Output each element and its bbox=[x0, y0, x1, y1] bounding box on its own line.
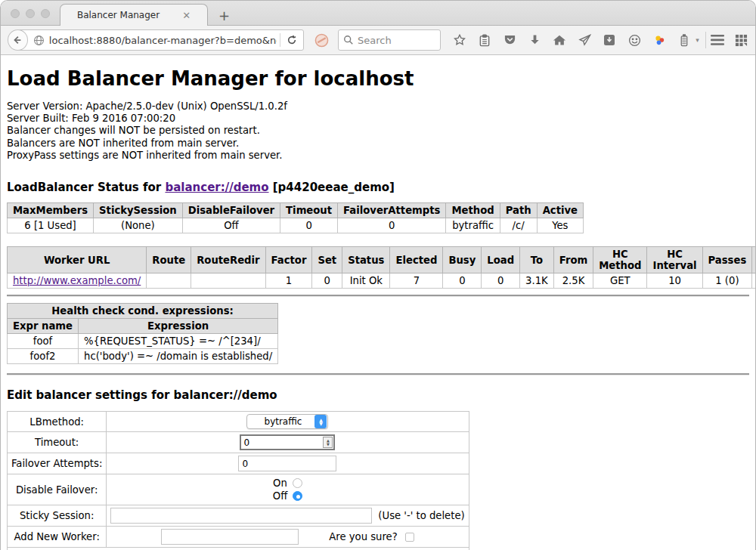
table-row: foof2 hc('body') =~ /domain is establish… bbox=[8, 349, 278, 364]
table-row: http://www.example.com/ 1 0 Init Ok 7 0 … bbox=[8, 273, 756, 289]
url-bar[interactable]: localhost:8880/balancer-manager?b=demo&n… bbox=[17, 29, 304, 51]
sticky-session-hint: (Use '-' to delete) bbox=[378, 510, 464, 521]
number-spinner-icon[interactable]: ▲▼ bbox=[323, 437, 333, 448]
failover-attempts-input[interactable] bbox=[238, 456, 336, 471]
download-panel-button[interactable] bbox=[602, 32, 617, 48]
disable-failover-row: Disable Failover: On Off bbox=[8, 474, 469, 505]
table-row: foof %{REQUEST_STATUS} =~ /^[234]/ bbox=[8, 334, 278, 349]
add-worker-input[interactable] bbox=[161, 529, 299, 545]
page-title: Load Balancer Manager for localhost bbox=[7, 55, 749, 91]
health-check-table: Health check cond. expressions: Expr nam… bbox=[7, 303, 278, 364]
browser-tab[interactable]: Balancer Manager ✕ bbox=[60, 4, 208, 26]
back-icon bbox=[12, 35, 23, 45]
sticky-session-input[interactable] bbox=[110, 508, 372, 524]
lbmethod-select[interactable]: bytraffic ▲▼ bbox=[246, 414, 328, 429]
lbmethod-label: LBmethod: bbox=[8, 412, 107, 432]
radio-on-label: On bbox=[273, 477, 287, 490]
disable-failover-off-radio[interactable] bbox=[293, 491, 302, 501]
battery-button[interactable] bbox=[677, 32, 692, 48]
reload-icon bbox=[287, 35, 297, 45]
downloads-button[interactable] bbox=[527, 32, 542, 48]
failover-attempts-row: Failover Attempts: bbox=[8, 453, 469, 474]
lbmethod-row: LBmethod: bytraffic ▲▼ bbox=[8, 412, 469, 432]
server-version-line: Server Version: Apache/2.5.0-dev (Unix) … bbox=[7, 100, 749, 113]
are-you-sure-label: Are you sure? bbox=[329, 531, 397, 542]
inherit-notice-line: Balancers are NOT inherited from main se… bbox=[7, 138, 749, 150]
feedback-button[interactable] bbox=[627, 32, 642, 48]
caret-down-icon[interactable]: ▾ bbox=[696, 36, 699, 44]
toolbar-buttons: ▾ bbox=[452, 32, 699, 48]
table-header-row: Worker URL Route RouteRedir Factor Set S… bbox=[8, 247, 756, 273]
new-tab-button[interactable]: + bbox=[218, 9, 230, 23]
edit-settings-heading: Edit balancer settings for balancer://de… bbox=[7, 388, 749, 402]
search-icon bbox=[343, 35, 354, 45]
pocket-button[interactable] bbox=[502, 32, 517, 48]
are-you-sure-checkbox[interactable] bbox=[405, 533, 414, 542]
persist-notice-line: Balancer changes will NOT be persisted o… bbox=[7, 125, 749, 137]
edit-balancer-form: LBmethod: bytraffic ▲▼ Timeout: bbox=[7, 411, 469, 550]
star-icon bbox=[453, 33, 466, 47]
balancer-status-table: MaxMembers StickySession DisableFailover… bbox=[7, 202, 584, 233]
server-info: Server Version: Apache/2.5.0-dev (Unix) … bbox=[7, 100, 749, 162]
page-content: Load Balancer Manager for localhost Serv… bbox=[1, 55, 755, 550]
timeout-input[interactable] bbox=[240, 434, 335, 450]
hamburger-menu-button[interactable] bbox=[711, 32, 725, 48]
worker-url-link[interactable]: http://www.example.com/ bbox=[13, 275, 141, 286]
add-worker-label: Add New Worker: bbox=[8, 527, 107, 548]
tab-bar: Balancer Manager ✕ + bbox=[1, 1, 755, 26]
radio-off-label: Off bbox=[273, 490, 287, 502]
color-dots-icon bbox=[653, 34, 666, 47]
globe-icon bbox=[33, 35, 45, 46]
home-icon bbox=[553, 34, 566, 46]
select-stepper-icon: ▲▼ bbox=[314, 415, 327, 428]
table-header-row: Expr name Expression bbox=[8, 319, 278, 334]
table-row: 6 [1 Used] (None) Off 0 0 bytraffic /c/ … bbox=[8, 218, 584, 233]
window-zoom-button[interactable] bbox=[41, 9, 50, 18]
panel-grid-icon bbox=[735, 34, 748, 47]
pocket-icon bbox=[503, 34, 516, 46]
window-minimize-button[interactable] bbox=[26, 9, 35, 18]
back-button[interactable] bbox=[8, 29, 28, 51]
home-button[interactable] bbox=[552, 32, 567, 48]
battery-icon bbox=[680, 34, 689, 47]
table-header-row: MaxMembers StickySession DisableFailover… bbox=[8, 203, 584, 218]
search-input[interactable] bbox=[358, 35, 433, 46]
add-worker-row: Add New Worker: Are you sure? bbox=[8, 527, 469, 548]
status-heading: LoadBalancer Status for balancer://demo … bbox=[7, 181, 749, 194]
tab-title: Balancer Manager bbox=[77, 10, 160, 20]
tab-close-icon[interactable]: ✕ bbox=[182, 10, 191, 21]
worker-table: Worker URL Route RouteRedir Factor Set S… bbox=[7, 246, 756, 289]
server-built-line: Server Built: Feb 9 2016 07:00:20 bbox=[7, 113, 749, 125]
paper-plane-icon bbox=[578, 34, 591, 46]
block-icon bbox=[314, 33, 329, 48]
window-close-button[interactable] bbox=[11, 9, 20, 18]
reading-list-button[interactable] bbox=[477, 32, 492, 48]
url-text[interactable]: localhost:8880/balancer-manager?b=demo&n… bbox=[49, 35, 277, 46]
adblock-disabled-button[interactable] bbox=[314, 33, 329, 48]
disable-failover-on-radio[interactable] bbox=[293, 478, 302, 488]
table-title-row: Health check cond. expressions: bbox=[8, 304, 278, 319]
proxypass-notice-line: ProxyPass settings are NOT inherited fro… bbox=[7, 150, 749, 162]
download-arrow-icon bbox=[529, 34, 541, 46]
window-controls[interactable] bbox=[11, 9, 50, 18]
bookmark-star-button[interactable] bbox=[452, 32, 467, 48]
reload-button[interactable] bbox=[284, 35, 303, 45]
hamburger-menu-icon bbox=[711, 35, 724, 45]
clipboard-icon bbox=[479, 34, 491, 47]
submit-row: Submit bbox=[8, 548, 469, 550]
search-bar[interactable] bbox=[338, 29, 441, 51]
panel-grid-button[interactable] bbox=[734, 32, 748, 48]
navigation-toolbar: localhost:8880/balancer-manager?b=demo&n… bbox=[1, 26, 755, 55]
sticky-session-row: Sticky Session: (Use '-' to delete) bbox=[8, 505, 469, 527]
smiley-icon bbox=[628, 34, 641, 47]
disable-failover-label: Disable Failover: bbox=[8, 474, 107, 505]
timeout-row: Timeout: ▲▼ bbox=[8, 432, 469, 453]
sticky-session-label: Sticky Session: bbox=[8, 505, 107, 527]
balancer-link[interactable]: balancer://demo bbox=[165, 181, 268, 194]
failover-attempts-label: Failover Attempts: bbox=[8, 453, 107, 474]
extension-colors-button[interactable] bbox=[652, 32, 667, 48]
send-button[interactable] bbox=[577, 32, 592, 48]
timeout-label: Timeout: bbox=[8, 432, 107, 453]
browser-window: Balancer Manager ✕ + localhost:8880/bala… bbox=[0, 0, 756, 550]
panel-arrow-icon bbox=[603, 34, 615, 46]
